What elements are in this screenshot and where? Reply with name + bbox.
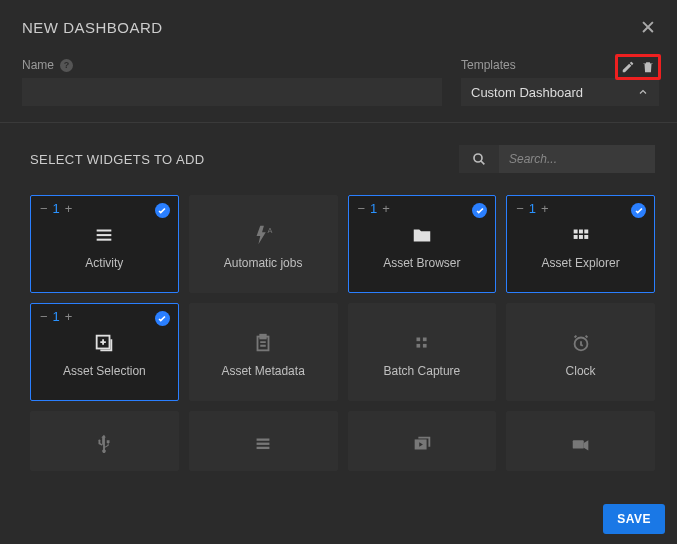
svg-rect-14	[416, 338, 420, 342]
trash-icon[interactable]	[641, 60, 655, 74]
svg-rect-16	[416, 344, 420, 348]
usb-icon	[93, 433, 115, 455]
widget-tile[interactable]: Asset Metadata	[189, 303, 338, 401]
svg-rect-3	[97, 239, 112, 241]
section-title: SELECT WIDGETS TO ADD	[30, 152, 205, 167]
svg-point-0	[474, 154, 482, 162]
widget-label: Asset Browser	[383, 256, 460, 270]
widget-count: 1	[53, 309, 60, 324]
widget-label: Asset Explorer	[542, 256, 620, 270]
svg-rect-17	[423, 344, 427, 348]
dialog-title: NEW DASHBOARD	[22, 19, 163, 36]
stack-icon	[252, 433, 274, 455]
widget-tile[interactable]: − 1 + Asset Selection	[30, 303, 179, 401]
plus-button[interactable]: +	[65, 201, 73, 216]
bolt-a-icon: A	[252, 224, 274, 246]
close-button[interactable]: ✕	[637, 13, 659, 42]
folder-icon	[411, 224, 433, 246]
search-input[interactable]	[499, 145, 655, 173]
clock-icon	[570, 332, 592, 354]
save-button[interactable]: SAVE	[603, 504, 665, 534]
grid-icon	[570, 224, 592, 246]
widget-label: Automatic jobs	[224, 256, 303, 270]
widget-label: Asset Selection	[63, 364, 146, 378]
widget-tile[interactable]: Batch Capture	[348, 303, 497, 401]
minus-button[interactable]: −	[40, 309, 48, 324]
help-icon[interactable]: ?	[60, 59, 73, 72]
svg-rect-15	[423, 338, 427, 342]
svg-rect-23	[572, 440, 583, 448]
widget-tile[interactable]: − 1 + Activity	[30, 195, 179, 293]
minus-button[interactable]: −	[358, 201, 366, 216]
svg-rect-6	[579, 230, 583, 234]
svg-rect-5	[573, 230, 577, 234]
add-box-icon	[93, 332, 115, 354]
templates-label: Templates	[461, 58, 516, 72]
widget-tile[interactable]	[506, 411, 655, 471]
clipboard-icon	[252, 332, 274, 354]
svg-rect-9	[579, 235, 583, 239]
widget-count: 1	[529, 201, 536, 216]
video-icon	[570, 433, 592, 455]
template-selected-value: Custom Dashboard	[471, 85, 583, 100]
plus-button[interactable]: +	[65, 309, 73, 324]
check-badge-icon	[155, 203, 170, 218]
check-badge-icon	[155, 311, 170, 326]
edit-icon[interactable]	[621, 60, 635, 74]
play-collection-icon	[411, 433, 433, 455]
svg-rect-19	[257, 439, 270, 441]
svg-rect-2	[97, 234, 112, 236]
grid-small-icon	[411, 332, 433, 354]
widget-tile[interactable]: − 1 + Asset Browser	[348, 195, 497, 293]
template-select[interactable]: Custom Dashboard	[461, 78, 659, 106]
widget-tile[interactable]	[348, 411, 497, 471]
plus-button[interactable]: +	[541, 201, 549, 216]
widget-tile[interactable]: − 1 + Asset Explorer	[506, 195, 655, 293]
widget-count: 1	[53, 201, 60, 216]
widget-tile[interactable]: AAutomatic jobs	[189, 195, 338, 293]
svg-rect-1	[97, 230, 112, 232]
svg-rect-10	[584, 235, 588, 239]
widget-tile[interactable]	[189, 411, 338, 471]
plus-button[interactable]: +	[382, 201, 390, 216]
svg-rect-21	[257, 447, 270, 449]
menu-icon	[93, 224, 115, 246]
svg-rect-20	[257, 443, 270, 445]
svg-rect-13	[260, 335, 266, 339]
widget-tile[interactable]: Clock	[506, 303, 655, 401]
minus-button[interactable]: −	[40, 201, 48, 216]
svg-text:A: A	[268, 226, 273, 235]
widget-label: Batch Capture	[384, 364, 461, 378]
chevron-up-icon	[637, 86, 649, 98]
widget-label: Activity	[85, 256, 123, 270]
svg-rect-7	[584, 230, 588, 234]
widget-label: Clock	[566, 364, 596, 378]
widget-count: 1	[370, 201, 377, 216]
name-label: Name	[22, 58, 54, 72]
check-badge-icon	[631, 203, 646, 218]
search-icon[interactable]	[459, 145, 499, 173]
widget-label: Asset Metadata	[221, 364, 304, 378]
minus-button[interactable]: −	[516, 201, 524, 216]
widget-tile[interactable]	[30, 411, 179, 471]
check-badge-icon	[472, 203, 487, 218]
name-field[interactable]	[22, 78, 442, 106]
svg-rect-8	[573, 235, 577, 239]
